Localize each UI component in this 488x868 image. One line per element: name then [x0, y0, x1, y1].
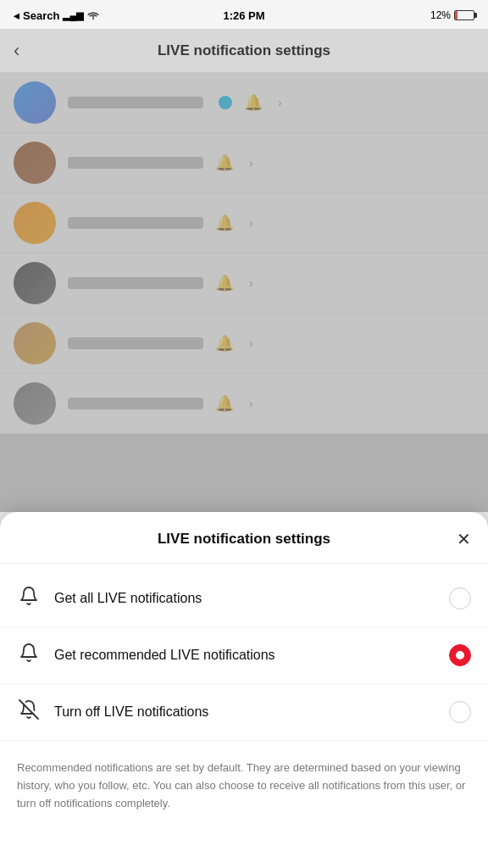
radio-off[interactable]	[449, 701, 471, 723]
blur-overlay	[0, 29, 488, 512]
status-bar: ◂ Search ▂▄▆ 1:26 PM 12%	[0, 0, 488, 29]
option-recommended[interactable]: Get recommended LIVE notifications	[0, 627, 488, 684]
status-left: ◂ Search ▂▄▆	[14, 9, 100, 22]
battery-icon	[454, 10, 474, 20]
radio-all[interactable]	[449, 587, 471, 609]
bell-recommended-icon	[17, 643, 41, 668]
option-off-label: Turn off LIVE notifications	[54, 704, 435, 720]
back-arrow-status: ◂	[14, 9, 19, 22]
svg-point-0	[92, 18, 94, 19]
bell-all-icon	[17, 586, 41, 611]
bell-off-icon	[17, 699, 41, 725]
battery-percent: 12%	[430, 9, 451, 21]
bottom-sheet: LIVE notification settings ✕ Get all LIV…	[0, 512, 488, 868]
signal-bars: ▂▄▆	[63, 10, 83, 21]
option-recommended-label: Get recommended LIVE notifications	[54, 648, 435, 663]
option-off[interactable]: Turn off LIVE notifications	[0, 684, 488, 741]
status-time: 1:26 PM	[223, 9, 264, 22]
carrier-text: Search	[23, 9, 59, 22]
sheet-title: LIVE notification settings	[158, 531, 330, 548]
sheet-description: Recommended notifications are set by def…	[0, 748, 488, 829]
option-all-label: Get all LIVE notifications	[54, 591, 435, 606]
status-right: 12%	[430, 9, 474, 21]
radio-recommended[interactable]	[449, 644, 471, 666]
options-list: Get all LIVE notifications Get recommend…	[0, 564, 488, 748]
svg-line-1	[19, 700, 38, 719]
sheet-header: LIVE notification settings ✕	[0, 512, 488, 564]
close-button[interactable]: ✕	[457, 531, 471, 548]
option-all[interactable]: Get all LIVE notifications	[0, 570, 488, 627]
wifi-icon	[86, 9, 100, 22]
